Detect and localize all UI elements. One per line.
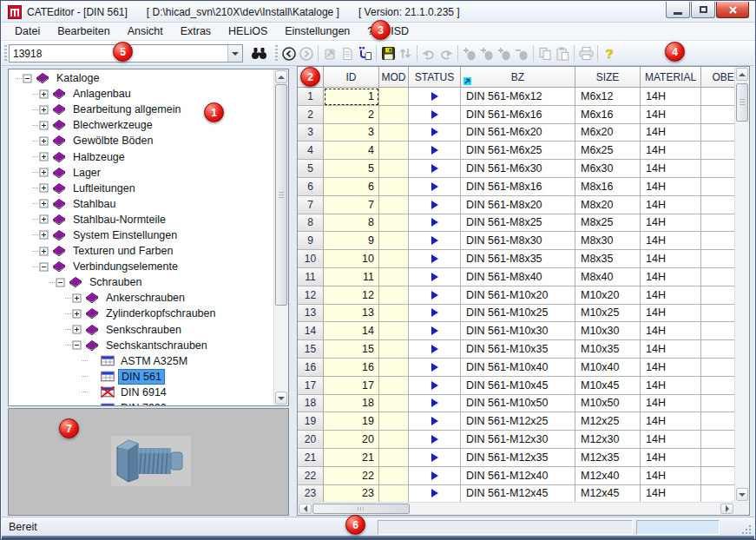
cell-size[interactable]: M12x25 xyxy=(575,412,641,431)
collapse-toggle-icon[interactable] xyxy=(23,74,32,83)
cell-status[interactable] xyxy=(409,160,461,178)
column-header-mod[interactable]: MOD xyxy=(379,67,409,88)
paste-button[interactable] xyxy=(554,44,571,63)
maximize-button[interactable] xyxy=(691,2,715,18)
cell-mod[interactable] xyxy=(379,340,409,359)
cell-status[interactable] xyxy=(409,395,461,413)
expand-toggle-icon[interactable] xyxy=(39,214,49,224)
cell-material[interactable]: 14H xyxy=(641,142,701,160)
cell-ober[interactable] xyxy=(701,178,734,196)
add-row-button[interactable] xyxy=(461,44,478,63)
copy-button[interactable] xyxy=(536,44,554,63)
tree-item-din-7990[interactable]: DIN 7990 xyxy=(9,400,273,405)
cell-size[interactable]: M12x30 xyxy=(575,431,641,449)
expand-toggle-icon[interactable] xyxy=(72,309,82,319)
cell-ober[interactable] xyxy=(701,268,734,286)
cell-id[interactable]: 8 xyxy=(324,214,379,233)
row-header[interactable]: 18 xyxy=(298,395,324,413)
cell-size[interactable]: M8x40 xyxy=(575,268,641,286)
tree-item-kataloge[interactable]: Kataloge xyxy=(9,70,273,86)
tree-item-system-einstellungen[interactable]: System Einstellungen xyxy=(9,227,273,243)
cell-material[interactable]: 14H xyxy=(641,214,701,233)
cell-id[interactable]: 3 xyxy=(324,124,379,142)
row-header[interactable]: 22 xyxy=(298,467,324,485)
cell-bz[interactable]: DIN 561-M12x45 xyxy=(461,485,575,502)
cell-material[interactable]: 14H xyxy=(641,431,701,449)
cell-ober[interactable] xyxy=(701,485,734,502)
cell-id[interactable]: 10 xyxy=(324,250,379,268)
cell-ober[interactable] xyxy=(701,250,734,268)
cell-size[interactable]: M10x20 xyxy=(575,286,641,305)
row-header[interactable]: 23 xyxy=(298,485,324,502)
scroll-up-button[interactable] xyxy=(275,70,287,83)
cell-status[interactable] xyxy=(409,106,461,124)
tree-item-stahlbau[interactable]: Stahlbau xyxy=(9,196,273,212)
cell-mod[interactable] xyxy=(379,377,409,395)
cell-status[interactable] xyxy=(409,431,461,449)
cell-bz[interactable]: DIN 561-M8x40 xyxy=(461,268,575,286)
tree-item-anlagenbau[interactable]: Anlagenbau xyxy=(9,86,273,102)
column-header-id[interactable]: ID xyxy=(324,67,379,88)
cell-size[interactable]: M12x45 xyxy=(575,485,641,502)
cell-bz[interactable]: DIN 561-M6x16 xyxy=(461,106,575,124)
tree-item-din-561[interactable]: DIN 561 xyxy=(9,369,273,385)
goto-reference-button[interactable] xyxy=(321,44,339,63)
cell-material[interactable]: 14H xyxy=(641,485,701,502)
cell-bz[interactable]: DIN 561-M12x25 xyxy=(461,412,575,431)
tree-item-zylinderkopfschrauben[interactable]: Zylinderkopfschrauben xyxy=(9,306,273,321)
row-header[interactable]: 11 xyxy=(298,268,324,286)
row-header[interactable]: 8 xyxy=(298,214,324,233)
cell-size[interactable]: M8x30 xyxy=(575,232,641,250)
cell-bz[interactable]: DIN 561-M12x40 xyxy=(461,467,575,485)
cell-size[interactable]: M8x20 xyxy=(575,196,641,214)
cell-size[interactable]: M10x45 xyxy=(575,377,641,395)
tree-item-stahlbau-normteile[interactable]: Stahlbau-Normteile xyxy=(9,212,273,227)
scrollbar-thumb[interactable] xyxy=(736,83,748,122)
tree-item-din-6914[interactable]: DIN 6914 xyxy=(9,385,273,400)
cell-mod[interactable] xyxy=(379,467,409,485)
cell-mod[interactable] xyxy=(379,124,409,142)
cell-mod[interactable] xyxy=(379,88,409,106)
row-header[interactable]: 15 xyxy=(298,340,324,359)
cell-bz[interactable]: DIN 561-M8x30 xyxy=(461,232,575,250)
cell-bz[interactable]: DIN 561-M6x30 xyxy=(461,160,575,178)
cell-material[interactable]: 14H xyxy=(641,322,701,340)
cell-id[interactable]: 14 xyxy=(324,322,379,340)
resize-grip-icon[interactable] xyxy=(740,524,753,536)
cell-id[interactable]: 4 xyxy=(324,142,379,160)
expand-toggle-icon[interactable] xyxy=(39,152,49,161)
cell-status[interactable] xyxy=(409,250,461,268)
row-header[interactable]: 12 xyxy=(298,286,324,305)
cell-id[interactable]: 13 xyxy=(324,305,379,323)
tree-item-bearbeitung-allgemein[interactable]: Bearbeitung allgemein xyxy=(9,102,273,117)
expand-toggle-icon[interactable] xyxy=(39,247,49,256)
cell-id[interactable]: 16 xyxy=(324,359,379,377)
cell-mod[interactable] xyxy=(379,250,409,268)
cell-status[interactable] xyxy=(409,359,461,377)
cell-status[interactable] xyxy=(409,467,461,485)
back-button[interactable] xyxy=(280,44,298,63)
cell-material[interactable]: 14H xyxy=(641,178,701,196)
cell-id[interactable]: 15 xyxy=(324,340,379,359)
tree-item-astm-a325m[interactable]: ASTM A325M xyxy=(9,353,273,369)
menu-ansicht[interactable]: Ansicht xyxy=(119,23,172,39)
menu-bearbeiten[interactable]: Bearbeiten xyxy=(49,23,118,39)
delete-row-button[interactable] xyxy=(513,44,530,63)
cell-bz[interactable]: DIN 561-M10x40 xyxy=(461,359,575,377)
row-header[interactable]: 2 xyxy=(298,106,324,124)
cell-ober[interactable] xyxy=(701,305,734,323)
expand-toggle-icon[interactable] xyxy=(39,168,49,177)
cell-size[interactable]: M12x40 xyxy=(575,467,641,485)
cell-material[interactable]: 14H xyxy=(641,305,701,323)
cell-mod[interactable] xyxy=(379,232,409,250)
row-header[interactable]: 1 xyxy=(298,88,324,106)
cell-status[interactable] xyxy=(409,124,461,142)
cell-ober[interactable] xyxy=(701,106,734,124)
cell-bz[interactable]: DIN 561-M6x25 xyxy=(461,142,575,160)
row-header[interactable]: 7 xyxy=(298,196,324,214)
row-header[interactable]: 19 xyxy=(298,412,324,431)
tree-item-schrauben[interactable]: Schrauben xyxy=(9,274,273,290)
expand-toggle-icon[interactable] xyxy=(39,230,49,240)
tree-item-luftleitungen[interactable]: Luftleitungen xyxy=(9,181,273,196)
insert-row-button[interactable] xyxy=(478,44,496,63)
